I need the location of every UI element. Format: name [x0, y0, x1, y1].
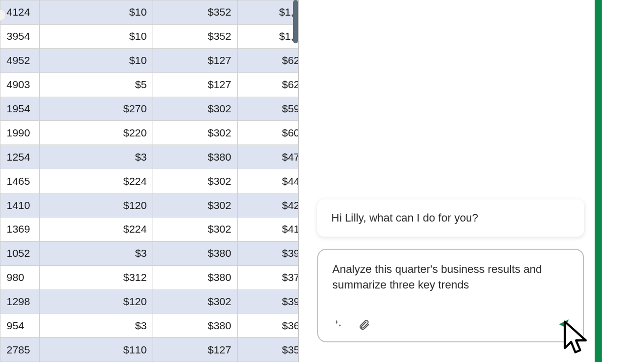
vertical-scrollbar-thumb[interactable] [293, 0, 298, 43]
table-row[interactable]: 1990$220$302$60 [1, 121, 306, 145]
cell-value-c[interactable]: $302 [153, 289, 238, 314]
cell-value-b[interactable]: $110 [39, 338, 153, 362]
cell-value-c[interactable]: $380 [153, 145, 238, 169]
right-accent-bar [595, 0, 602, 362]
cell-value-c[interactable]: $127 [153, 338, 238, 362]
cell-value-c[interactable]: $302 [153, 169, 238, 193]
chat-input-box[interactable]: Analyze this quarter's business results … [317, 249, 584, 342]
cell-id[interactable]: 4903 [1, 73, 40, 97]
cell-value-b[interactable]: $120 [39, 193, 153, 218]
chat-input-text[interactable]: Analyze this quarter's business results … [332, 262, 569, 293]
cell-value-b[interactable]: $120 [39, 289, 153, 314]
cell-value-d[interactable]: $41 [238, 218, 306, 242]
cell-value-d[interactable]: $60 [238, 121, 306, 145]
table-row[interactable]: 4903$5$127$62 [1, 73, 306, 97]
table-row[interactable]: 2785$110$127$35 [1, 338, 306, 362]
cell-id[interactable]: 3954 [1, 24, 40, 48]
cell-id[interactable]: 1298 [1, 289, 40, 314]
data-table[interactable]: 4124$10$352$1,53954$10$352$1,94952$10$12… [0, 0, 306, 362]
cell-id[interactable]: 1410 [1, 193, 40, 218]
paperclip-icon[interactable] [357, 318, 371, 331]
cell-value-b[interactable]: $10 [39, 1, 153, 25]
cell-value-b[interactable]: $3 [39, 241, 153, 265]
sparkle-icon[interactable] [332, 318, 345, 331]
table-row[interactable]: 3954$10$352$1,9 [1, 24, 306, 48]
cell-id[interactable]: 2785 [1, 338, 40, 362]
table-row[interactable]: 1254$3$380$47 [1, 145, 306, 169]
table-row[interactable]: 1465$224$302$44 [1, 169, 306, 193]
cell-value-c[interactable]: $380 [153, 314, 238, 338]
cell-value-c[interactable]: $302 [153, 97, 238, 121]
cell-value-d[interactable]: $44 [238, 169, 306, 193]
cell-id[interactable]: 4124 [1, 1, 40, 25]
cell-value-b[interactable]: $3 [39, 145, 153, 169]
cell-value-b[interactable]: $220 [39, 121, 153, 145]
cell-value-c[interactable]: $352 [153, 24, 238, 48]
table-row[interactable]: 1369$224$302$41 [1, 218, 306, 242]
cell-value-c[interactable]: $127 [153, 73, 238, 97]
cell-id[interactable]: 1254 [1, 145, 40, 169]
spreadsheet-panel: 4124$10$352$1,53954$10$352$1,94952$10$12… [0, 0, 306, 362]
cell-value-c[interactable]: $302 [153, 218, 238, 242]
cell-value-b[interactable]: $10 [39, 24, 153, 48]
cell-value-b[interactable]: $224 [39, 169, 153, 193]
cell-value-b[interactable]: $10 [39, 48, 153, 73]
cell-value-c[interactable]: $380 [153, 265, 238, 289]
table-row[interactable]: 1298$120$302$39 [1, 289, 306, 314]
table-row[interactable]: 1954$270$302$59 [1, 97, 306, 121]
cell-value-d[interactable]: $42 [238, 193, 306, 218]
spreadsheet-right-edge [298, 0, 306, 362]
assistant-message: Hi Lilly, what can I do for you? [317, 199, 584, 237]
table-row[interactable]: 980$312$380$37 [1, 265, 306, 289]
assistant-message-text: Hi Lilly, what can I do for you? [331, 211, 478, 224]
cell-value-c[interactable]: $127 [153, 48, 238, 73]
cell-value-b[interactable]: $224 [39, 218, 153, 242]
cell-value-d[interactable]: $35 [238, 338, 306, 362]
table-row[interactable]: 4124$10$352$1,5 [1, 1, 306, 25]
chat-input-toolbar [332, 318, 371, 331]
cell-value-c[interactable]: $302 [153, 121, 238, 145]
table-row[interactable]: 4952$10$127$62 [1, 48, 306, 73]
cell-value-b[interactable]: $270 [39, 97, 153, 121]
cell-value-d[interactable]: $62 [238, 73, 306, 97]
cell-value-d[interactable]: $62 [238, 48, 306, 73]
cell-value-d[interactable]: $59 [238, 97, 306, 121]
cell-id[interactable]: 954 [1, 314, 40, 338]
send-button[interactable] [557, 317, 571, 331]
cell-value-d[interactable]: $39 [238, 289, 306, 314]
cell-id[interactable]: 1954 [1, 97, 40, 121]
cell-value-b[interactable]: $312 [39, 265, 153, 289]
chat-panel: Hi Lilly, what can I do for you? Analyze… [306, 0, 598, 362]
cell-value-d[interactable]: $36 [238, 314, 306, 338]
cell-id[interactable]: 1052 [1, 241, 40, 265]
cell-value-c[interactable]: $352 [153, 1, 238, 25]
table-row[interactable]: 954$3$380$36 [1, 314, 306, 338]
cell-value-d[interactable]: $47 [238, 145, 306, 169]
cell-id[interactable]: 1465 [1, 169, 40, 193]
cell-value-d[interactable]: $37 [238, 265, 306, 289]
cell-id[interactable]: 4952 [1, 48, 40, 73]
cell-value-d[interactable]: $39 [238, 241, 306, 265]
cell-id[interactable]: 980 [1, 265, 40, 289]
table-row[interactable]: 1052$3$380$39 [1, 241, 306, 265]
cell-value-c[interactable]: $302 [153, 193, 238, 218]
cell-id[interactable]: 1990 [1, 121, 40, 145]
cell-id[interactable]: 1369 [1, 218, 40, 242]
cell-value-b[interactable]: $5 [39, 73, 153, 97]
table-row[interactable]: 1410$120$302$42 [1, 193, 306, 218]
cell-value-c[interactable]: $380 [153, 241, 238, 265]
cell-value-b[interactable]: $3 [39, 314, 153, 338]
